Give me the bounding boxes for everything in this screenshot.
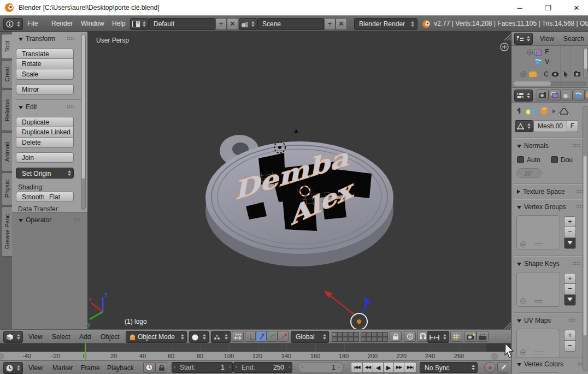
tab-animation[interactable]: Animati bbox=[1, 132, 12, 171]
editor-type-info-button[interactable] bbox=[3, 18, 23, 30]
increment-arrow-icon[interactable]: › bbox=[289, 364, 290, 370]
pin-icon[interactable] bbox=[516, 107, 522, 115]
record-button[interactable]: ● bbox=[484, 362, 496, 373]
tab-world[interactable] bbox=[573, 90, 585, 100]
panel-grip[interactable] bbox=[67, 105, 74, 109]
vp-menu-object[interactable]: Object bbox=[101, 333, 120, 341]
decrement-arrow-icon[interactable]: ‹ bbox=[302, 364, 303, 370]
rotate-manipulator-button[interactable] bbox=[267, 331, 278, 342]
mesh-data-selector[interactable] bbox=[515, 120, 533, 132]
tl-menu-view[interactable]: View bbox=[28, 364, 43, 372]
prev-keyframe-button[interactable]: ◀◀ bbox=[363, 362, 373, 373]
set-origin-dropdown[interactable]: Set Origin bbox=[16, 168, 74, 179]
layers-group-2[interactable] bbox=[361, 332, 388, 342]
outliner-hscrollbar[interactable] bbox=[513, 81, 587, 86]
shapekey-specials-button[interactable] bbox=[564, 295, 576, 306]
list-add-icon[interactable]: + bbox=[520, 241, 526, 247]
outliner-row-world[interactable]: V bbox=[534, 58, 549, 68]
opengl-render-anim-button[interactable] bbox=[477, 331, 489, 342]
orientation-select[interactable]: Global bbox=[291, 331, 329, 343]
pivot-point-select[interactable] bbox=[211, 331, 231, 343]
list-resize-grip[interactable] bbox=[534, 352, 543, 354]
ruler-scroll-right-cap[interactable] bbox=[491, 353, 498, 360]
snap-element-select[interactable] bbox=[427, 331, 449, 343]
increment-arrow-icon[interactable]: › bbox=[537, 170, 539, 176]
jump-start-button[interactable]: |◀◀ bbox=[351, 362, 363, 373]
vgroup-specials-button[interactable] bbox=[564, 238, 576, 249]
next-keyframe-button[interactable]: ▶▶ bbox=[394, 362, 404, 373]
vp-menu-view[interactable]: View bbox=[28, 333, 43, 341]
maximize-button[interactable]: ❒ bbox=[541, 4, 555, 12]
scale-manipulator-button[interactable] bbox=[278, 331, 289, 342]
tab-tools[interactable]: Tool bbox=[1, 34, 12, 59]
scene-name-field[interactable]: Scene bbox=[257, 18, 324, 30]
sync-select[interactable]: No Sync bbox=[420, 362, 478, 373]
tl-menu-marker[interactable]: Marker bbox=[52, 364, 73, 372]
panel-header-transform[interactable]: Transform bbox=[19, 35, 55, 43]
list-resize-grip[interactable] bbox=[534, 244, 543, 246]
uv-maps-list[interactable]: + bbox=[516, 329, 560, 358]
menu-render[interactable]: Render bbox=[51, 20, 73, 27]
ruler-scroll-left-cap[interactable] bbox=[0, 353, 4, 360]
current-frame-field[interactable]: ‹ 1 › bbox=[298, 362, 344, 373]
panel-header-edit[interactable]: Edit bbox=[19, 103, 37, 111]
area-corner-grip[interactable] bbox=[503, 32, 511, 40]
mirror-button[interactable]: Mirror bbox=[16, 84, 74, 94]
timeline-ruler[interactable]: -40 -20 0 20 40 60 80 100 120 140 160 18… bbox=[0, 352, 511, 360]
decrement-arrow-icon[interactable]: ‹ bbox=[174, 364, 175, 370]
scale-button[interactable]: Scale bbox=[16, 69, 74, 80]
area-corner-grip[interactable] bbox=[503, 321, 511, 329]
increment-arrow-icon[interactable]: › bbox=[338, 364, 340, 370]
toolshelf-scrollbar[interactable] bbox=[81, 34, 86, 210]
manipulator-axes-icon-button[interactable] bbox=[245, 331, 256, 342]
tl-menu-frame[interactable]: Frame bbox=[81, 364, 100, 372]
vgroup-add-button[interactable]: + bbox=[564, 216, 576, 227]
outliner-editor-selector[interactable] bbox=[514, 33, 533, 45]
list-add-icon[interactable]: + bbox=[520, 349, 526, 355]
panel-header-normals[interactable]: Normals bbox=[517, 142, 549, 150]
viewport-3d[interactable]: Demba Alex z bbox=[87, 32, 511, 329]
decrement-arrow-icon[interactable]: ‹ bbox=[519, 170, 521, 176]
join-button[interactable]: Join bbox=[16, 152, 74, 163]
panel-grip[interactable] bbox=[67, 37, 74, 40]
properties-scrollbar[interactable] bbox=[583, 106, 587, 371]
outliner-menu-view[interactable]: View bbox=[540, 35, 554, 43]
manipulator-toggle[interactable] bbox=[232, 331, 244, 342]
render-engine-select[interactable]: Blender Render bbox=[354, 18, 418, 30]
opengl-render-button[interactable] bbox=[464, 331, 477, 342]
expand-plus-icon[interactable] bbox=[527, 49, 543, 56]
translate-button[interactable]: Translate bbox=[16, 49, 74, 59]
renderability-camera-icon[interactable] bbox=[573, 71, 581, 77]
translate-manipulator-button[interactable] bbox=[256, 331, 267, 342]
delete-layout-button[interactable]: ✕ bbox=[227, 18, 238, 30]
play-button[interactable]: ▶ bbox=[384, 362, 394, 373]
shapekey-remove-button[interactable]: − bbox=[564, 284, 576, 295]
visibility-eye-icon[interactable] bbox=[551, 72, 559, 77]
outliner-row-renderlayers[interactable]: F bbox=[527, 48, 549, 58]
menu-file[interactable]: File bbox=[27, 20, 38, 27]
panel-header-texture-space[interactable]: Texture Space bbox=[517, 188, 565, 195]
increment-arrow-icon[interactable]: › bbox=[229, 364, 231, 370]
play-reverse-button[interactable]: ◀ bbox=[373, 362, 384, 373]
proportional-edit-button[interactable] bbox=[404, 331, 416, 342]
shape-keys-list[interactable]: + bbox=[516, 272, 560, 307]
outliner-vscrollbar[interactable] bbox=[583, 47, 588, 79]
frame-end-field[interactable]: ‹ End: 250 › bbox=[233, 362, 292, 373]
lock-frame-button[interactable] bbox=[155, 362, 167, 373]
tab-scene[interactable] bbox=[561, 90, 573, 100]
properties-editor-selector[interactable] bbox=[514, 90, 533, 102]
outliner-row-object[interactable]: C bbox=[520, 70, 549, 80]
vertex-groups-list[interactable]: + bbox=[516, 215, 560, 250]
decrement-arrow-icon[interactable]: ‹ bbox=[236, 364, 237, 370]
menu-window[interactable]: Window bbox=[81, 20, 104, 27]
close-button[interactable]: ✕ bbox=[569, 4, 584, 12]
fake-user-button[interactable]: F bbox=[567, 120, 578, 132]
shade-smooth-button[interactable]: Smooth bbox=[16, 192, 44, 202]
vp-menu-select[interactable]: Select bbox=[52, 333, 70, 341]
auto-smooth-checkbox[interactable] bbox=[517, 156, 524, 163]
scene-selector[interactable] bbox=[239, 18, 257, 30]
uvmap-add-button[interactable]: + bbox=[564, 330, 576, 341]
shapekey-add-button[interactable]: + bbox=[564, 273, 576, 284]
snap-target-button[interactable] bbox=[450, 331, 462, 342]
mesh-name-field[interactable]: Mesh.00 bbox=[533, 120, 567, 132]
